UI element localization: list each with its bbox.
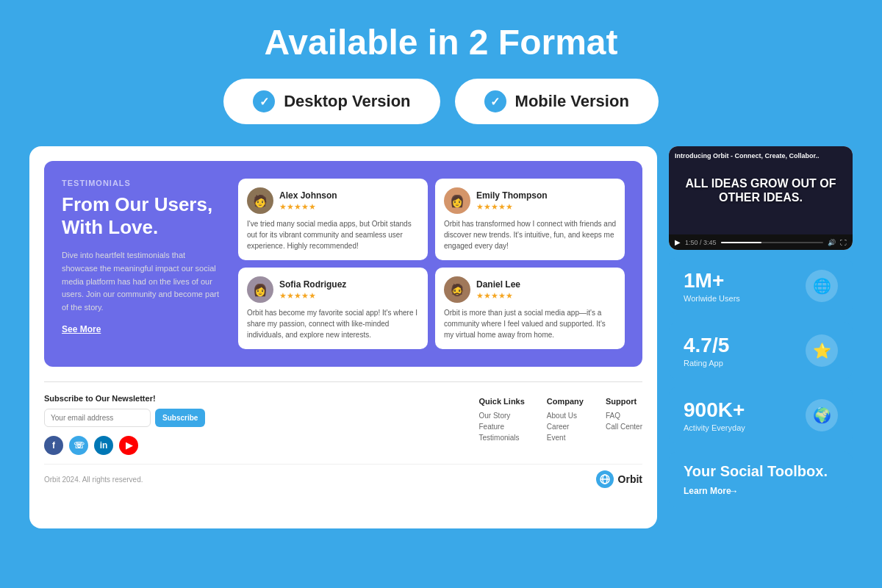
testimonial-header-emily: 👩 Emily Thompson ★★★★★ xyxy=(444,187,616,214)
youtube-icon[interactable]: ▶ xyxy=(119,436,138,455)
orbit-logo-text: Orbit xyxy=(618,473,642,485)
support-col: Support FAQ Call Center xyxy=(606,397,642,434)
testimonials-section: TESTIMONIALS From Our Users, With Love. … xyxy=(44,161,642,367)
copyright-text: Orbit 2024. All rights reserved. xyxy=(44,476,143,484)
video-time: 1:50 / 3:45 xyxy=(685,239,717,246)
avatar-sofia: 👩 xyxy=(247,276,273,303)
testimonial-text-sofia: Orbit has become my favorite social app!… xyxy=(247,307,419,340)
linkedin-icon[interactable]: in xyxy=(94,436,113,455)
see-more-link[interactable]: See More xyxy=(62,324,223,334)
footer-link-call-center[interactable]: Call Center xyxy=(606,423,642,431)
phone-icon[interactable]: ☏ xyxy=(69,436,88,455)
testimonial-name-alex: Alex Johnson xyxy=(279,190,337,201)
testimonial-card-sofia: 👩 Sofia Rodriguez ★★★★★ Orbit has become… xyxy=(238,268,428,349)
testimonial-card-alex: 🧑 Alex Johnson ★★★★★ I've tried many soc… xyxy=(238,179,428,260)
stat-rating-icon: ⭐ xyxy=(806,334,838,367)
mobile-version-label: Mobile Version xyxy=(515,92,629,111)
quick-links-col: Quick Links Our Story Feature Testimonia… xyxy=(478,397,524,445)
newsletter-label: Subscribe to Our Newsletter! xyxy=(44,394,205,403)
support-title: Support xyxy=(606,397,642,406)
subscribe-button[interactable]: Subscribe xyxy=(155,409,205,427)
testimonials-title: From Our Users, With Love. xyxy=(62,193,223,239)
stat-users-number: 1M+ xyxy=(684,269,740,293)
orbit-icon xyxy=(596,470,614,488)
video-controls: ▶ 1:50 / 3:45 🔊 ⛶ xyxy=(669,234,853,250)
footer-link-feature[interactable]: Feature xyxy=(478,423,524,431)
testimonials-description: Dive into heartfelt testimonials that sh… xyxy=(62,249,223,314)
fullscreen-icon[interactable]: ⛶ xyxy=(840,239,847,246)
testimonial-text-alex: I've tried many social media apps, but O… xyxy=(247,218,419,251)
toolbox-title: Your Social Toolbox. xyxy=(684,463,828,480)
stat-users-label: Worlwide Users xyxy=(684,294,740,303)
desktop-panel: TESTIMONIALS From Our Users, With Love. … xyxy=(29,146,657,528)
company-title: Company xyxy=(547,397,584,406)
facebook-icon[interactable]: f xyxy=(44,436,63,455)
stat-activity-icon: 🌍 xyxy=(806,399,838,431)
footer-bottom: Orbit 2024. All rights reserved. Orbit xyxy=(44,464,642,488)
avatar-emily: 👩 xyxy=(444,187,470,214)
testimonial-stars-emily: ★★★★★ xyxy=(476,202,548,212)
stat-activity-info: 900K+ Activity Everyday xyxy=(684,398,745,432)
company-col: Company About Us Career Event xyxy=(547,397,584,445)
video-thumbnail[interactable]: Introducing Orbit - Connect, Create, Col… xyxy=(669,146,853,234)
newsletter-section: Subscribe to Our Newsletter! Subscribe f… xyxy=(44,394,205,455)
main-content: TESTIMONIALS From Our Users, With Love. … xyxy=(0,146,882,528)
stat-card-rating: 4.7/5 Rating App ⭐ xyxy=(669,322,853,379)
learn-more-text: Learn More xyxy=(684,486,731,496)
video-progress-bar[interactable] xyxy=(721,242,823,243)
testimonial-stars-alex: ★★★★★ xyxy=(279,202,337,212)
footer-links: Quick Links Our Story Feature Testimonia… xyxy=(227,394,642,455)
testimonial-text-daniel: Orbit is more than just a social media a… xyxy=(444,307,616,340)
testimonial-header-alex: 🧑 Alex Johnson ★★★★★ xyxy=(247,187,419,214)
testimonial-header-daniel: 🧔 Daniel Lee ★★★★★ xyxy=(444,276,616,303)
stat-card-users: 1M+ Worlwide Users 🌐 xyxy=(669,257,853,315)
mobile-check-icon: ✓ xyxy=(484,90,506,112)
newsletter-form: Subscribe xyxy=(44,409,205,427)
testimonials-grid: 🧑 Alex Johnson ★★★★★ I've tried many soc… xyxy=(238,179,625,349)
stat-activity-number: 900K+ xyxy=(684,398,745,422)
video-big-text: ALL IDEAS GROW OUT OF OTHER IDEAS. xyxy=(669,176,853,204)
play-icon[interactable]: ▶ xyxy=(675,238,681,246)
testimonial-stars-sofia: ★★★★★ xyxy=(279,291,346,301)
testimonial-name-emily: Emily Thompson xyxy=(476,190,548,201)
desktop-version-label: Desktop Version xyxy=(284,92,410,111)
testimonial-name-sofia: Sofia Rodriguez xyxy=(279,279,346,290)
learn-more-link[interactable]: Learn More xyxy=(684,486,737,496)
stat-rating-number: 4.7/5 xyxy=(684,334,729,357)
testimonial-card-daniel: 🧔 Daniel Lee ★★★★★ Orbit is more than ju… xyxy=(435,268,625,349)
stat-rating-info: 4.7/5 Rating App xyxy=(684,334,729,368)
toolbox-card: Your Social Toolbox. Learn More xyxy=(669,451,853,508)
desktop-version-button[interactable]: ✓ Desktop Version xyxy=(223,79,440,124)
video-progress-fill xyxy=(721,242,762,243)
mobile-version-button[interactable]: ✓ Mobile Version xyxy=(455,79,659,124)
social-icons: f ☏ in ▶ xyxy=(44,436,205,455)
footer-link-event[interactable]: Event xyxy=(547,434,584,442)
footer-link-testimonials[interactable]: Testimonials xyxy=(478,434,524,442)
testimonial-stars-daniel: ★★★★★ xyxy=(476,291,520,301)
avatar-daniel: 🧔 xyxy=(444,276,470,303)
testimonial-header-sofia: 👩 Sofia Rodriguez ★★★★★ xyxy=(247,276,419,303)
stat-card-activity: 900K+ Activity Everyday 🌍 xyxy=(669,387,853,444)
video-card: Introducing Orbit - Connect, Create, Col… xyxy=(669,146,853,250)
testimonials-label: TESTIMONIALS xyxy=(62,179,223,187)
header-section: Available in 2 Format ✓ Desktop Version … xyxy=(0,0,882,139)
page-title: Available in 2 Format xyxy=(0,22,882,62)
testimonial-card-emily: 👩 Emily Thompson ★★★★★ Orbit has transfo… xyxy=(435,179,625,260)
avatar-alex: 🧑 xyxy=(247,187,273,214)
desktop-check-icon: ✓ xyxy=(253,90,275,112)
email-input[interactable] xyxy=(44,409,151,427)
footer-link-career[interactable]: Career xyxy=(547,423,584,431)
testimonial-text-emily: Orbit has transformed how I connect with… xyxy=(444,218,616,251)
orbit-logo: Orbit xyxy=(596,470,642,488)
volume-icon[interactable]: 🔊 xyxy=(828,239,836,246)
testimonials-left: TESTIMONIALS From Our Users, With Love. … xyxy=(62,179,223,349)
testimonial-name-daniel: Daniel Lee xyxy=(476,279,520,290)
footer-link-our-story[interactable]: Our Story xyxy=(478,412,524,420)
stat-rating-label: Rating App xyxy=(684,359,729,368)
footer-section: Subscribe to Our Newsletter! Subscribe f… xyxy=(44,381,642,455)
footer-link-faq[interactable]: FAQ xyxy=(606,412,642,420)
video-title: Introducing Orbit - Connect, Create, Col… xyxy=(675,152,847,159)
stat-users-info: 1M+ Worlwide Users xyxy=(684,269,740,303)
format-buttons-group: ✓ Desktop Version ✓ Mobile Version xyxy=(0,79,882,124)
footer-link-about-us[interactable]: About Us xyxy=(547,412,584,420)
